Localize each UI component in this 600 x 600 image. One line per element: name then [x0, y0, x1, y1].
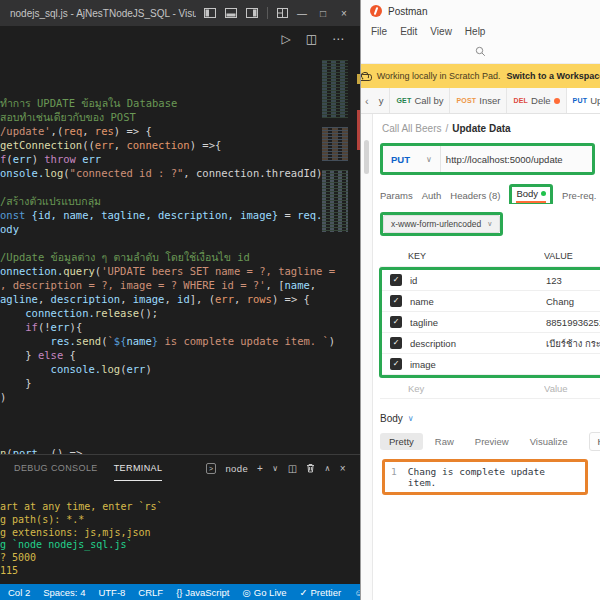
code-line: onsole.log("connected id : ?", connectio…: [0, 166, 322, 180]
terminal-line: g extensions: js,mjs,json: [0, 527, 360, 540]
breadcrumb-collection[interactable]: Call All Beers: [382, 123, 441, 134]
row-value[interactable]: Chang: [546, 296, 600, 307]
editor-actions: ▷ ◫ ⋯: [0, 26, 360, 52]
terminal-output[interactable]: art at any time, enter `rs`g path(s): *.…: [0, 481, 360, 584]
status-item-utf-8[interactable]: UTF-8: [98, 587, 125, 598]
row-key[interactable]: description: [410, 338, 546, 349]
request-tab-y[interactable]: y: [373, 88, 391, 113]
search-row: [361, 40, 600, 64]
menu-edit[interactable]: Edit: [400, 26, 417, 37]
row-value[interactable]: 123: [546, 275, 600, 286]
menu-view[interactable]: View: [430, 26, 452, 37]
ruler-mark-red: [357, 110, 360, 150]
request-tab-upd[interactable]: PUTUpd: [567, 88, 600, 113]
response-tab-html[interactable]: HTML: [589, 432, 600, 451]
status-item-go-live[interactable]: ◎Go Live: [243, 587, 287, 598]
response-tab-preview[interactable]: Preview: [466, 433, 518, 450]
code-line: } else {: [0, 348, 322, 362]
close-window-icon[interactable]: ×: [338, 8, 350, 19]
table-rows-annotation: ✓id123✓nameChang✓tagline8851993625131✓de…: [379, 267, 600, 378]
url-input[interactable]: http://localhost:5000/update: [441, 146, 568, 172]
row-value[interactable]: 8851993625131: [546, 317, 600, 328]
feedback-icon[interactable]: ☺: [354, 587, 360, 598]
tab-pre-req-[interactable]: Pre-req.: [562, 190, 596, 204]
status-item-spaces-4[interactable]: Spaces: 4: [43, 587, 85, 598]
table-row[interactable]: ✓image: [382, 354, 600, 375]
status-item--javascript[interactable]: {} JavaScript: [176, 587, 229, 598]
status-item-crlf[interactable]: CRLF: [138, 587, 163, 598]
minimize-icon[interactable]: —: [296, 8, 308, 19]
body-type-dropdown[interactable]: x-www-form-urlencoded ∨: [383, 215, 500, 233]
row-checkbox-checked[interactable]: ✓: [390, 316, 402, 328]
table-row[interactable]: ✓id123: [382, 270, 600, 291]
customize-layout-icon[interactable]: [277, 8, 288, 18]
code-line: onnection.query('UPDATE beers SET name =…: [0, 264, 322, 278]
tab-auth[interactable]: Auth: [422, 190, 442, 204]
search-icon[interactable]: [475, 46, 486, 57]
row-value[interactable]: เบียร์ช้าง กระป๋อง: [546, 336, 600, 351]
row-checkbox-checked[interactable]: ✓: [390, 295, 402, 307]
table-row[interactable]: ✓tagline8851993625131: [382, 312, 600, 333]
table-header-row: KEY VALUE: [380, 245, 600, 267]
status-item-col-2[interactable]: Col 2: [8, 587, 30, 598]
minimap[interactable]: [322, 60, 352, 236]
collapsed-sidebar[interactable]: [361, 114, 373, 600]
tab-params[interactable]: Params: [380, 190, 413, 204]
scroll-tabs-left-icon[interactable]: ‹: [361, 88, 373, 113]
toggle-sidebar-icon[interactable]: [204, 8, 216, 18]
status-item-prettier[interactable]: ✓Prettier: [300, 587, 342, 598]
run-file-icon[interactable]: ▷: [281, 32, 290, 46]
tab-headers-8-[interactable]: Headers (8): [450, 190, 500, 204]
scrollbar-thumb[interactable]: [364, 140, 369, 174]
row-checkbox-checked[interactable]: ✓: [390, 358, 402, 370]
row-checkbox-checked[interactable]: ✓: [390, 337, 402, 349]
key-placeholder[interactable]: Key: [408, 383, 544, 394]
new-terminal-icon[interactable]: +: [257, 463, 263, 474]
request-tab-call-by[interactable]: GETCall by: [390, 88, 450, 113]
request-editor: Call All Beers / Update Data PUT ∨ http:…: [373, 114, 600, 600]
response-body-label: Body: [380, 413, 403, 424]
switch-workspace-link[interactable]: Switch to a Workspace: [507, 71, 600, 81]
request-tab-dele[interactable]: DELDele: [507, 88, 566, 113]
tab-terminal[interactable]: TERMINAL: [114, 455, 163, 481]
tab-body[interactable]: Body: [516, 188, 546, 203]
response-tab-pretty[interactable]: Pretty: [380, 433, 423, 450]
code-line: }: [0, 376, 322, 390]
method-badge: GET: [396, 97, 411, 104]
response-body-header[interactable]: Body ∨: [380, 413, 600, 424]
code-line: agline, description, image, id], (err, r…: [0, 292, 322, 306]
response-tab-raw[interactable]: Raw: [426, 433, 463, 450]
table-row[interactable]: ✓descriptionเบียร์ช้าง กระป๋อง: [382, 333, 600, 354]
menu-file[interactable]: File: [371, 26, 387, 37]
ruler-mark-yellow: [357, 74, 360, 84]
table-placeholder-row[interactable]: Key Value: [380, 378, 600, 399]
kill-terminal-icon[interactable]: [306, 463, 315, 473]
split-terminal-icon[interactable]: ◫: [288, 463, 298, 474]
row-key[interactable]: image: [410, 359, 546, 370]
row-key[interactable]: name: [410, 296, 546, 307]
toggle-secondary-sidebar-icon[interactable]: [246, 8, 258, 18]
postman-tab-bar: ‹ yGETCall byPOSTInserDELDelePUTUpd: [361, 88, 600, 114]
row-key[interactable]: tagline: [410, 317, 546, 328]
terminal-dropdown-icon[interactable]: ∨: [272, 464, 278, 473]
split-editor-icon[interactable]: ◫: [306, 32, 317, 46]
terminal-shell-label[interactable]: node: [225, 463, 248, 474]
response-tab-visualize[interactable]: Visualize: [521, 433, 577, 450]
toggle-panel-icon[interactable]: [225, 8, 237, 18]
maximize-icon[interactable]: □: [317, 8, 329, 19]
breadcrumb-request-name[interactable]: Update Data: [452, 123, 510, 134]
close-panel-icon[interactable]: ×: [340, 463, 346, 474]
request-tab-inser[interactable]: POSTInser: [450, 88, 507, 113]
value-placeholder[interactable]: Value: [544, 383, 600, 394]
tab-debug-console[interactable]: DEBUG CONSOLE: [14, 455, 98, 481]
code-line: getConnection((err, connection) =>{: [0, 138, 322, 152]
menu-help[interactable]: Help: [465, 26, 486, 37]
double-check-icon: ✓: [300, 587, 308, 598]
table-row[interactable]: ✓nameChang: [382, 291, 600, 312]
more-actions-icon[interactable]: ⋯: [332, 32, 344, 46]
row-key[interactable]: id: [410, 275, 546, 286]
code-editor[interactable]: ทำการ UPDATE ข้อมูลใน Databaseสอบทำเช่นเ…: [0, 52, 360, 454]
row-checkbox-checked[interactable]: ✓: [390, 274, 402, 286]
method-select[interactable]: PUT ∨: [383, 146, 441, 172]
maximize-panel-icon[interactable]: ∧: [324, 464, 330, 473]
